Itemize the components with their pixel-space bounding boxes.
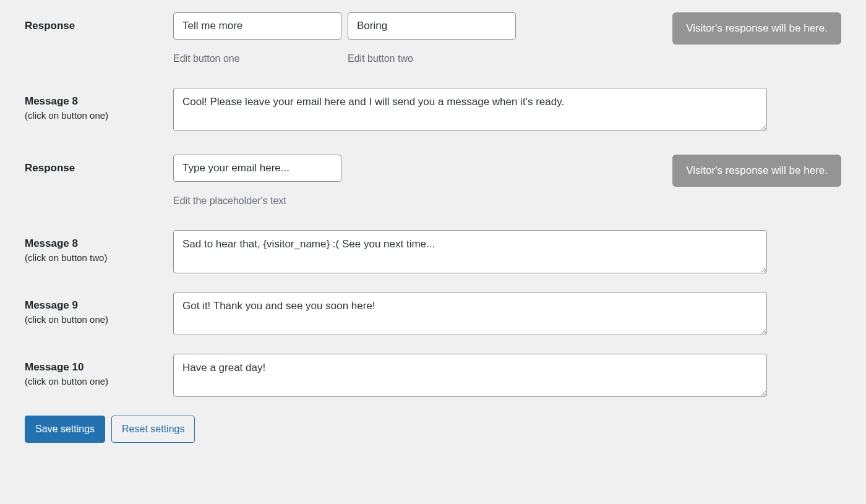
content-col: Edit the placeholder's text [173, 155, 631, 207]
message-9-textarea[interactable] [173, 292, 767, 335]
content-col [173, 88, 841, 131]
message-8a-label: Message 8 [25, 95, 173, 108]
message-8b-label: Message 8 [25, 237, 173, 250]
badge-col: Visitor's response will be here. [631, 12, 841, 45]
message-10-row: Message 10 (click on button one) [25, 354, 841, 397]
content-col [173, 230, 841, 273]
badge-col: Visitor's response will be here. [631, 155, 841, 187]
message-8a-row: Message 8 (click on button one) [25, 88, 841, 131]
message-10-textarea[interactable] [173, 354, 767, 397]
button-two-group: Edit button two [348, 12, 516, 64]
message-8b-row: Message 8 (click on button two) [25, 230, 841, 273]
button-two-helper: Edit button two [348, 53, 516, 64]
message-8a-textarea[interactable] [173, 88, 767, 131]
label-col: Message 10 (click on button one) [25, 354, 173, 387]
message-8a-sublabel: (click on button one) [25, 110, 173, 121]
message-10-label: Message 10 [25, 361, 173, 374]
content-col [173, 354, 841, 397]
visitor-response-badge-2: Visitor's response will be here. [672, 155, 841, 187]
response-label: Response [25, 20, 173, 32]
content-col [173, 292, 841, 335]
visitor-response-badge: Visitor's response will be here. [672, 12, 841, 45]
message-9-sublabel: (click on button one) [25, 314, 173, 325]
button-one-group: Edit button one [173, 12, 341, 64]
message-8b-sublabel: (click on button two) [25, 252, 173, 263]
message-8b-textarea[interactable] [173, 230, 767, 273]
label-col: Message 9 (click on button one) [25, 292, 173, 325]
reset-settings-button[interactable]: Reset settings [111, 416, 195, 443]
placeholder-helper: Edit the placeholder's text [173, 195, 341, 207]
label-col: Message 8 (click on button two) [25, 230, 173, 263]
label-col: Response [25, 155, 173, 174]
message-9-row: Message 9 (click on button one) [25, 292, 841, 335]
response-row-2: Response Edit the placeholder's text Vis… [25, 155, 841, 207]
inputs-row: Edit the placeholder's text [173, 155, 631, 207]
email-placeholder-input[interactable] [173, 155, 341, 182]
button-one-input[interactable] [173, 12, 341, 40]
response-2-label: Response [25, 162, 173, 174]
message-10-sublabel: (click on button one) [25, 376, 173, 387]
inputs-row: Edit button one Edit button two [173, 12, 631, 64]
action-button-row: Save settings Reset settings [25, 416, 841, 443]
message-9-label: Message 9 [25, 299, 173, 312]
label-col: Response [25, 12, 173, 32]
button-one-helper: Edit button one [173, 53, 341, 64]
button-two-input[interactable] [348, 12, 516, 40]
content-col: Edit button one Edit button two [173, 12, 631, 64]
label-col: Message 8 (click on button one) [25, 88, 173, 121]
save-settings-button[interactable]: Save settings [25, 416, 105, 443]
placeholder-group: Edit the placeholder's text [173, 155, 341, 207]
response-row-1: Response Edit button one Edit button two… [25, 12, 841, 64]
